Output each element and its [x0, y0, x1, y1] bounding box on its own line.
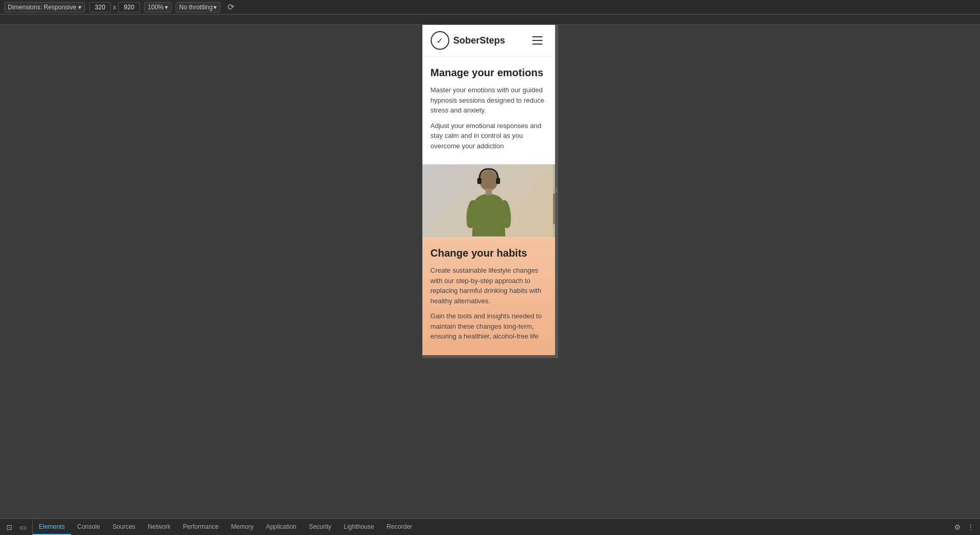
- devtools-right-icons: ⚙ ⋮: [948, 519, 980, 535]
- hamburger-line-2: [532, 40, 543, 41]
- tab-memory[interactable]: Memory: [225, 519, 260, 535]
- app-name: SoberSteps: [453, 35, 505, 46]
- inspector-icon[interactable]: ⊡: [4, 522, 15, 532]
- throttle-label: No throttling: [179, 4, 213, 11]
- app-header: ✓ SoberSteps: [422, 25, 555, 57]
- mobile-viewport: ✓ SoberSteps Manage your emotions Master…: [422, 25, 555, 355]
- left-panel: [0, 25, 422, 518]
- device-dropdown-icon: ▾: [78, 4, 81, 11]
- zoom-label: 100%: [148, 4, 164, 11]
- app-logo: ✓ SoberSteps: [431, 31, 505, 50]
- tab-console[interactable]: Console: [71, 519, 106, 535]
- svg-point-0: [479, 170, 498, 191]
- viewport-inner: ✓ SoberSteps Manage your emotions Master…: [422, 25, 558, 355]
- person-silhouette-svg: [463, 165, 515, 236]
- dimension-inputs: x: [89, 2, 140, 12]
- logo-check: ✓: [436, 36, 443, 46]
- scrollbar-thumb: [553, 193, 555, 224]
- svg-rect-3: [486, 189, 492, 195]
- tab-application[interactable]: Application: [260, 519, 303, 535]
- zoom-selector[interactable]: 100% ▾: [144, 2, 172, 12]
- habits-section: Change your habits Create sustainable li…: [422, 237, 555, 355]
- viewport-wrapper: ✓ SoberSteps Manage your emotions Master…: [422, 25, 558, 518]
- devtools-toolbar: Dimensions: Responsive ▾ x 100% ▾ No thr…: [0, 0, 980, 15]
- devtools-tabs: Elements Console Sources Network Perform…: [33, 519, 948, 535]
- scrollbar[interactable]: [553, 164, 555, 237]
- throttle-dropdown-icon: ▾: [214, 4, 217, 11]
- devtools-bottom-bar: ⊡ ▭ Elements Console Sources Network Per…: [0, 518, 980, 535]
- rotate-button[interactable]: ⟳: [224, 1, 237, 13]
- tab-sources[interactable]: Sources: [106, 519, 141, 535]
- hamburger-button[interactable]: [530, 32, 547, 49]
- resize-handle-right[interactable]: [555, 25, 558, 355]
- hamburger-line-3: [532, 44, 543, 45]
- emotions-paragraph-2: Adjust your emotional responses and stay…: [431, 121, 547, 151]
- tab-recorder[interactable]: Recorder: [380, 519, 418, 535]
- tab-network[interactable]: Network: [141, 519, 177, 535]
- tab-elements[interactable]: Elements: [33, 519, 71, 535]
- device-selector[interactable]: Dimensions: Responsive ▾: [4, 2, 85, 12]
- habits-paragraph-2: Gain the tools and insights needed to ma…: [431, 311, 547, 342]
- svg-rect-2: [496, 178, 500, 184]
- device-label: Dimensions: Responsive: [8, 4, 76, 11]
- device-icon[interactable]: ▭: [18, 522, 28, 532]
- height-input[interactable]: [118, 2, 140, 12]
- zoom-dropdown-icon: ▾: [165, 4, 168, 11]
- settings-icon[interactable]: ⚙: [952, 522, 962, 532]
- main-area: ✓ SoberSteps Manage your emotions Master…: [0, 25, 980, 518]
- ruler: [0, 15, 980, 25]
- svg-rect-1: [477, 178, 481, 184]
- hamburger-line-1: [532, 36, 543, 37]
- right-panel: [558, 25, 981, 518]
- dimension-separator: x: [113, 4, 116, 11]
- person-image: [422, 164, 555, 237]
- tab-security[interactable]: Security: [303, 519, 337, 535]
- emotions-section: Manage your emotions Master your emotion…: [422, 57, 555, 164]
- devtools-left-icons: ⊡ ▭: [0, 519, 33, 535]
- habits-title: Change your habits: [431, 247, 547, 259]
- habits-paragraph-1: Create sustainable lifestyle changes wit…: [431, 265, 547, 306]
- resize-dots: [556, 187, 557, 192]
- logo-icon: ✓: [431, 31, 449, 50]
- rotate-icon: ⟳: [228, 2, 234, 12]
- more-icon[interactable]: ⋮: [965, 522, 976, 532]
- resize-handle-bottom[interactable]: [422, 355, 558, 358]
- width-input[interactable]: [89, 2, 111, 12]
- throttle-selector[interactable]: No throttling ▾: [176, 2, 221, 12]
- emotions-title: Manage your emotions: [431, 67, 547, 79]
- emotions-paragraph-1: Master your emotions with our guided hyp…: [431, 85, 547, 116]
- tab-lighthouse[interactable]: Lighthouse: [337, 519, 380, 535]
- tab-performance[interactable]: Performance: [177, 519, 225, 535]
